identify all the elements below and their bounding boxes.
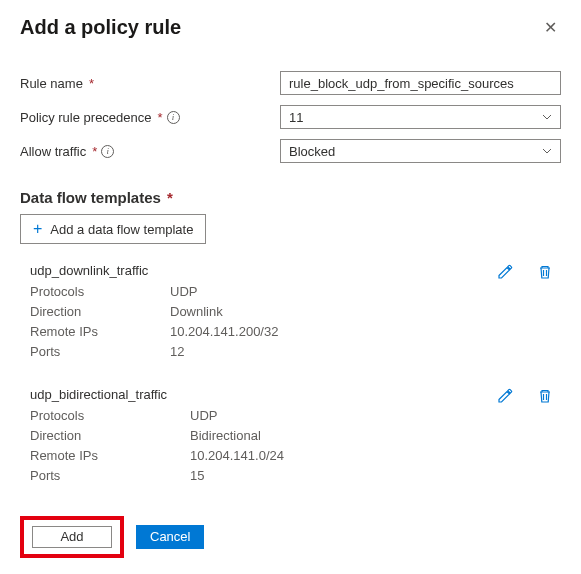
- direction-key: Direction: [30, 426, 190, 446]
- remote-ips-value: 10.204.141.0/24: [190, 446, 561, 466]
- ports-key: Ports: [30, 342, 170, 362]
- delete-icon[interactable]: [535, 386, 555, 406]
- add-button-highlight: Add: [20, 516, 124, 558]
- chevron-down-icon: [542, 114, 552, 120]
- edit-icon[interactable]: [495, 386, 515, 406]
- direction-value: Bidirectional: [190, 426, 561, 446]
- allow-traffic-value: Blocked: [289, 144, 335, 159]
- rule-name-label: Rule name*: [20, 76, 280, 91]
- precedence-label: Policy rule precedence* i: [20, 110, 280, 125]
- close-button[interactable]: ✕: [540, 16, 561, 39]
- protocols-key: Protocols: [30, 282, 170, 302]
- plus-icon: +: [33, 221, 42, 237]
- template-name: udp_downlink_traffic: [30, 263, 495, 278]
- info-icon[interactable]: i: [167, 111, 180, 124]
- data-flow-template: udp_downlink_traffic ProtocolsUDP Direct…: [30, 262, 561, 362]
- add-data-flow-template-button[interactable]: + Add a data flow template: [20, 214, 206, 244]
- allow-traffic-select[interactable]: Blocked: [280, 139, 561, 163]
- precedence-value: 11: [289, 110, 303, 125]
- ports-value: 12: [170, 342, 561, 362]
- remote-ips-value: 10.204.141.200/32: [170, 322, 561, 342]
- delete-icon[interactable]: [535, 262, 555, 282]
- dialog-title: Add a policy rule: [20, 16, 181, 39]
- data-flow-template: udp_bidirectional_traffic ProtocolsUDP D…: [30, 386, 561, 486]
- edit-icon[interactable]: [495, 262, 515, 282]
- direction-key: Direction: [30, 302, 170, 322]
- direction-value: Downlink: [170, 302, 561, 322]
- ports-value: 15: [190, 466, 561, 486]
- remote-ips-key: Remote IPs: [30, 446, 190, 466]
- remote-ips-key: Remote IPs: [30, 322, 170, 342]
- allow-traffic-label: Allow traffic* i: [20, 144, 280, 159]
- cancel-button[interactable]: Cancel: [136, 525, 204, 549]
- add-template-label: Add a data flow template: [50, 222, 193, 237]
- precedence-select[interactable]: 11: [280, 105, 561, 129]
- ports-key: Ports: [30, 466, 190, 486]
- protocols-key: Protocols: [30, 406, 190, 426]
- data-flow-section-title: Data flow templates *: [20, 189, 561, 206]
- rule-name-input[interactable]: [280, 71, 561, 95]
- info-icon[interactable]: i: [101, 145, 114, 158]
- chevron-down-icon: [542, 148, 552, 154]
- template-name: udp_bidirectional_traffic: [30, 387, 495, 402]
- protocols-value: UDP: [170, 282, 561, 302]
- protocols-value: UDP: [190, 406, 561, 426]
- add-button[interactable]: Add: [32, 526, 112, 548]
